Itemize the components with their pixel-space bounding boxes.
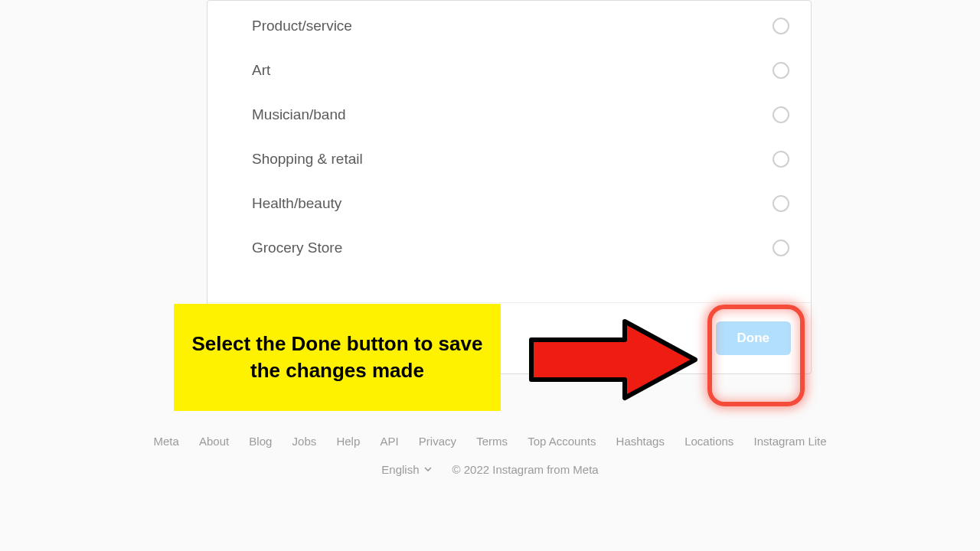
footer-link-instagram-lite[interactable]: Instagram Lite <box>754 435 827 448</box>
option-label: Product/service <box>252 18 352 34</box>
footer-link-privacy[interactable]: Privacy <box>419 435 456 448</box>
category-option[interactable]: Art <box>207 48 811 93</box>
language-label: English <box>381 463 419 476</box>
option-label: Grocery Store <box>252 240 342 256</box>
category-option[interactable]: Product/service <box>207 4 811 48</box>
footer-link-about[interactable]: About <box>199 435 229 448</box>
footer-link-api[interactable]: API <box>380 435 398 448</box>
radio-icon[interactable] <box>773 106 789 123</box>
footer-link-help[interactable]: Help <box>336 435 360 448</box>
footer-link-jobs[interactable]: Jobs <box>292 435 317 448</box>
radio-icon[interactable] <box>773 62 789 79</box>
done-button[interactable]: Done <box>716 321 792 355</box>
category-option[interactable]: Shopping & retail <box>207 137 811 181</box>
option-label: Health/beauty <box>252 195 341 212</box>
footer-link-blog[interactable]: Blog <box>249 435 272 448</box>
footer-link-meta[interactable]: Meta <box>153 435 178 448</box>
category-option[interactable]: Musician/band <box>207 93 811 137</box>
footer-link-top-accounts[interactable]: Top Accounts <box>528 435 596 448</box>
chevron-down-icon <box>423 463 433 476</box>
option-label: Art <box>252 62 270 79</box>
language-selector[interactable]: English <box>381 463 432 476</box>
radio-icon[interactable] <box>773 240 789 256</box>
footer-link-terms[interactable]: Terms <box>476 435 508 448</box>
category-option[interactable]: Grocery Store <box>207 226 811 270</box>
radio-icon[interactable] <box>773 151 789 168</box>
page-footer: Meta About Blog Jobs Help API Privacy Te… <box>0 435 980 476</box>
category-options: Product/service Art Musician/band Shoppi… <box>207 1 811 302</box>
radio-icon[interactable] <box>773 195 789 212</box>
option-label: Musician/band <box>252 106 346 123</box>
radio-icon[interactable] <box>773 18 789 34</box>
callout-text: Select the Done button to save the chang… <box>191 331 484 384</box>
category-option[interactable]: Health/beauty <box>207 181 811 226</box>
instruction-callout: Select the Done button to save the chang… <box>174 304 501 411</box>
footer-second-row: English © 2022 Instagram from Meta <box>0 463 980 476</box>
option-label: Shopping & retail <box>252 151 363 168</box>
footer-link-row: Meta About Blog Jobs Help API Privacy Te… <box>0 435 980 448</box>
footer-link-hashtags[interactable]: Hashtags <box>616 435 665 448</box>
footer-link-locations[interactable]: Locations <box>684 435 733 448</box>
copyright-text: © 2022 Instagram from Meta <box>452 463 599 476</box>
